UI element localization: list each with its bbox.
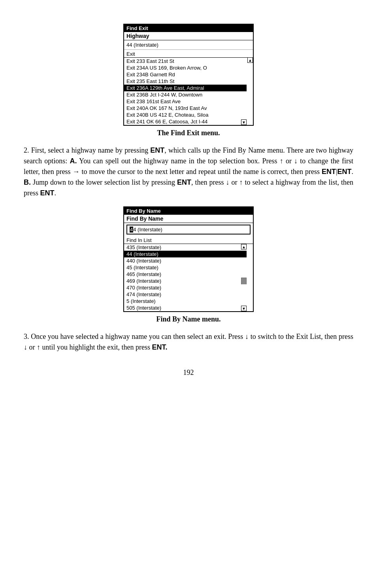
find-by-name-title: Find By Name	[124, 207, 253, 215]
body-text-1: 2. First, select a highway name by press…	[24, 145, 353, 199]
page-content: Find Exit Highway 44 (Interstate) Exit E…	[24, 24, 353, 377]
find-in-list-label: Find In List	[124, 236, 253, 244]
option-a: A.	[70, 157, 77, 165]
page-number: 192	[24, 369, 353, 377]
list-item[interactable]: Exit 240A OK 167 N, 193rd East Av	[124, 105, 247, 112]
list-item[interactable]: Exit 236B Jct I-244 W, Downtown	[124, 91, 247, 98]
list-item[interactable]: Exit 233 East 21st St	[124, 58, 247, 64]
scroll-up-arrow-2-icon[interactable]: ▲	[241, 244, 247, 250]
find-exit-menu-container: Find Exit Highway 44 (Interstate) Exit E…	[24, 24, 353, 126]
scroll-down-arrow-2-icon[interactable]: ▼	[241, 306, 247, 311]
find-exit-list: Exit 233 East 21st St Exit 234A US 169, …	[124, 57, 253, 125]
list-item[interactable]: 435 (Interstate)▲	[124, 244, 247, 251]
list-item[interactable]: 465 (Interstate)	[124, 271, 247, 278]
list-item[interactable]: Exit 235 East 11th St	[124, 78, 247, 85]
find-exit-list-wrapper: Exit 233 East 21st St Exit 234A US 169, …	[124, 57, 253, 125]
list-item-highlighted[interactable]: Exit 236A 129th Ave East, Admiral	[124, 85, 247, 91]
find-exit-subtitle: Highway	[124, 32, 253, 40]
list-item[interactable]: Exit 234A US 169, Broken Arrow, O	[124, 64, 247, 71]
ent-key-5: ENT	[40, 189, 55, 197]
find-exit-title: Find Exit	[124, 25, 253, 32]
list-item[interactable]: 470 (Interstate)	[124, 284, 247, 291]
cursor-char: 4	[130, 227, 133, 233]
ent-key-3: ENT	[337, 168, 352, 176]
list-item[interactable]: 474 (Interstate)	[124, 291, 247, 298]
find-by-name-menu: Find By Name Find By Name 44 (Interstate…	[123, 206, 254, 312]
list-item[interactable]: 505 (Interstate)▼	[124, 304, 247, 311]
ent-key-4: ENT	[177, 178, 191, 186]
scroll-up-arrow-icon[interactable]: ▲	[247, 57, 253, 63]
find-by-name-caption: Find By Name menu.	[24, 315, 353, 323]
list-item[interactable]: 440 (Interstate)	[124, 257, 247, 264]
option-b: B.	[24, 178, 31, 186]
find-by-name-list: 435 (Interstate)▲ 44 (Interstate) 440 (I…	[124, 244, 253, 311]
find-exit-caption: The Find Exit menu.	[24, 129, 353, 137]
find-by-name-subtitle: Find By Name	[124, 215, 253, 223]
list-item-highlighted[interactable]: 44 (Interstate)	[124, 251, 247, 257]
list-item[interactable]: 45 (Interstate)	[124, 264, 247, 271]
ent-key-6: ENT.	[152, 343, 167, 351]
list-item[interactable]: 5 (Interstate)	[124, 298, 247, 304]
list-item[interactable]: 469 (Interstate)	[124, 278, 247, 284]
find-by-name-input[interactable]: 44 (Interstate)	[126, 225, 251, 234]
find-by-name-menu-container: Find By Name Find By Name 44 (Interstate…	[24, 206, 353, 312]
scroll-down-arrow-icon[interactable]: ▼	[241, 119, 247, 125]
find-exit-section-label: Exit	[124, 50, 253, 57]
ent-key-2: ENT	[322, 168, 336, 176]
find-exit-menu: Find Exit Highway 44 (Interstate) Exit E…	[123, 24, 254, 126]
list-item[interactable]: Exit 240B US 412 E, Choteau, Siloa	[124, 112, 247, 118]
list-item[interactable]: Exit 238 161st East Ave	[124, 98, 247, 105]
find-exit-current-value[interactable]: 44 (Interstate)	[124, 40, 253, 50]
find-by-name-list-wrapper: 435 (Interstate)▲ 44 (Interstate) 440 (I…	[124, 244, 253, 311]
list-item[interactable]: Exit 234B Garnett Rd	[124, 71, 247, 78]
body-text-2: 3. Once you have selected a highway name…	[24, 331, 353, 353]
list-item[interactable]: Exit 241 OK 66 E, Catoosa, Jct I-44▼	[124, 118, 247, 125]
ent-key-1: ENT	[150, 146, 164, 154]
